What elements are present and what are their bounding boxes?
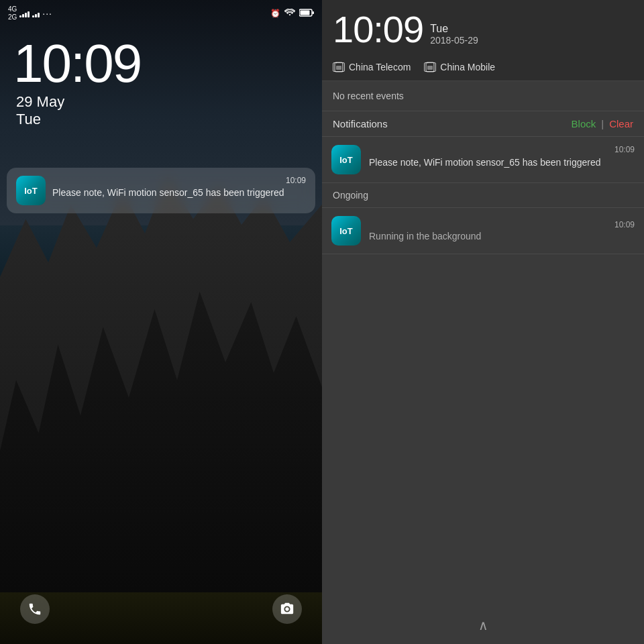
clock-area: 10:09 29 May Tue <box>13 37 141 128</box>
clear-button[interactable]: Clear <box>609 118 633 129</box>
sim1-label: China Telecom <box>349 62 411 72</box>
action-divider: | <box>601 118 604 129</box>
time-header: 10:09 Tue 2018-05-29 <box>322 0 644 56</box>
svg-rect-6 <box>427 66 433 70</box>
sim1-icon <box>333 62 345 72</box>
notification-text: Please note, WiFi motion sensor_65 has b… <box>52 186 306 200</box>
ongoing-text: Running in the background <box>369 231 635 241</box>
ongoing-time: 10:09 <box>369 220 635 229</box>
svg-rect-1 <box>301 10 310 15</box>
notification-time: 10:09 <box>52 176 306 185</box>
notification-item-text: Please note, WiFi motion sensor_65 has b… <box>369 156 635 170</box>
sim2-label: China Mobile <box>440 62 495 72</box>
notification-card[interactable]: IoT 10:09 Please note, WiFi motion senso… <box>7 168 315 213</box>
panel-date: 2018-05-29 <box>430 35 478 46</box>
notification-item-time: 10:09 <box>369 145 635 154</box>
status-icons: ⏰ <box>270 8 314 19</box>
ongoing-list-item[interactable]: IoT 10:09 Running in the background <box>322 208 644 254</box>
notification-content: 10:09 Please note, WiFi motion sensor_65… <box>52 176 306 200</box>
block-button[interactable]: Block <box>572 118 596 129</box>
battery-icon <box>299 9 314 19</box>
network-type-label: 4G 2G <box>8 5 17 21</box>
signal-area: 4G 2G ··· <box>8 5 52 21</box>
dots-icon: ··· <box>42 8 52 19</box>
camera-icon[interactable] <box>272 594 302 624</box>
bottom-icons-bar <box>0 594 322 624</box>
lock-date: 29 May Tue <box>16 93 141 128</box>
notification-panel: 10:09 Tue 2018-05-29 China Telecom <box>322 0 644 644</box>
lock-time: 10:09 <box>13 37 141 91</box>
signal-bars-1 <box>19 9 30 17</box>
iot-ongoing-icon: IoT <box>331 216 361 246</box>
sim-row: China Telecom China Mobile <box>322 56 644 81</box>
svg-rect-4 <box>336 66 341 70</box>
iot-app-icon-panel: IoT <box>331 145 361 174</box>
panel-time: 10:09 <box>333 11 423 48</box>
lockscreen-panel: 4G 2G ··· ⏰ <box>0 0 322 644</box>
iot-app-icon: IoT <box>16 176 46 205</box>
phone-icon[interactable] <box>20 594 50 624</box>
svg-rect-2 <box>313 11 315 14</box>
notifications-header: Notifications Block | Clear <box>322 111 644 137</box>
signal-bars-2 <box>32 9 40 17</box>
ongoing-header: Ongoing <box>322 183 644 208</box>
date-info: Tue 2018-05-29 <box>430 23 478 48</box>
chevron-up-icon: ∧ <box>478 617 488 633</box>
sim2-icon <box>424 62 436 72</box>
notification-list-item[interactable]: IoT 10:09 Please note, WiFi motion senso… <box>322 137 644 183</box>
sim1-item: China Telecom <box>333 62 411 72</box>
panel-spacer <box>322 254 644 606</box>
sim2-item: China Mobile <box>424 62 495 72</box>
notification-actions: Block | Clear <box>572 118 633 129</box>
notifications-label: Notifications <box>333 118 388 129</box>
status-bar: 4G 2G ··· ⏰ <box>0 0 322 27</box>
ongoing-item-content: 10:09 Running in the background <box>369 220 635 241</box>
swipe-indicator[interactable]: ∧ <box>322 606 644 644</box>
alarm-icon: ⏰ <box>270 9 280 18</box>
panel-day: Tue <box>430 23 478 35</box>
wifi-icon <box>284 8 295 19</box>
no-events-label: No recent events <box>322 81 644 111</box>
notification-item-content: 10:09 Please note, WiFi motion sensor_65… <box>369 145 635 170</box>
